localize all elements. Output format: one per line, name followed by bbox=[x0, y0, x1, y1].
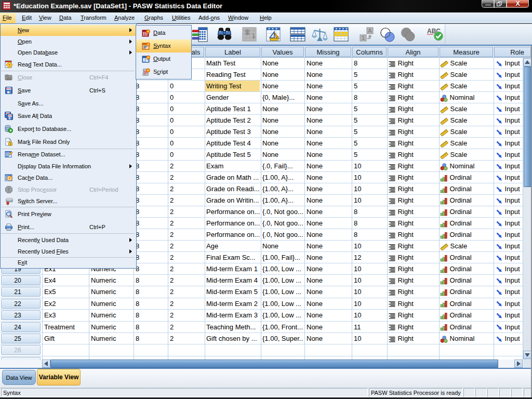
svg-text:1: 1 bbox=[362, 35, 365, 41]
svg-text:A: A bbox=[368, 28, 372, 34]
svg-text:?: ? bbox=[8, 62, 11, 67]
